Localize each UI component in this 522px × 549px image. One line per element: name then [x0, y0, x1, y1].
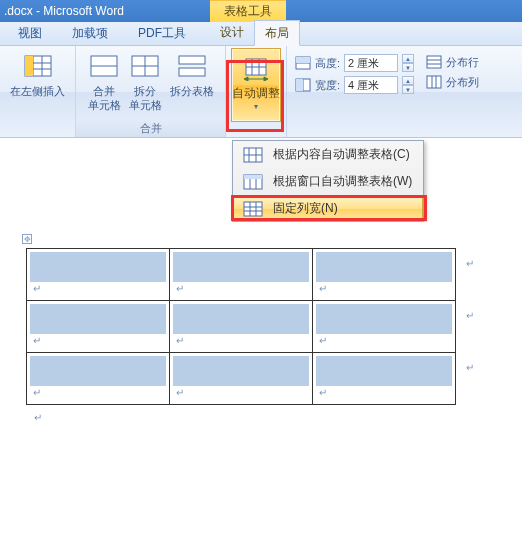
insert-left-label: 在左侧插入 — [10, 84, 65, 98]
autofit-label: 自动调整 — [232, 85, 280, 102]
autofit-icon — [240, 53, 272, 85]
menu-fit-window-label: 根据窗口自动调整表格(W) — [273, 173, 412, 190]
svg-rect-26 — [427, 76, 441, 88]
tab-pdf[interactable]: PDF工具 — [126, 21, 198, 45]
menu-fit-window[interactable]: 根据窗口自动调整表格(W) — [233, 168, 423, 195]
svg-rect-23 — [427, 56, 441, 68]
tool-context-label: 表格工具 — [210, 0, 286, 22]
merge-group-label: 合并 — [76, 119, 225, 137]
split-table-icon — [176, 50, 208, 82]
fit-content-icon — [241, 147, 265, 163]
split-cells-icon — [129, 50, 161, 82]
document-area: ✥ ↵ ↵ ↵ ↵ ↵ ↵ ↵ ↵ ↵ ↵ ↵ ↵ ↵ — [0, 222, 522, 549]
group-distribute: 分布行 分布列 — [420, 46, 487, 137]
distribute-cols-label: 分布列 — [446, 75, 479, 90]
fit-window-icon — [241, 174, 265, 190]
svg-rect-37 — [244, 202, 262, 216]
tab-layout[interactable]: 布局 — [254, 20, 300, 46]
distribute-rows-label: 分布行 — [446, 55, 479, 70]
svg-rect-11 — [179, 56, 205, 64]
height-spin[interactable]: ▲▼ — [402, 54, 414, 72]
table-row: ↵ ↵ ↵ — [27, 353, 456, 405]
menu-fixed-width[interactable]: 固定列宽(N) — [233, 195, 423, 222]
group-autofit: 自动调整 ▾ — [226, 46, 286, 137]
tab-design[interactable]: 设计 — [210, 20, 254, 45]
table-row: ↵ ↵ ↵ — [27, 249, 456, 301]
distribute-cols-button[interactable]: 分布列 — [426, 74, 479, 90]
col-width-icon — [295, 77, 311, 93]
table-anchor-icon[interactable]: ✥ — [22, 234, 32, 244]
merge-cells-icon — [88, 50, 120, 82]
word-table[interactable]: ↵ ↵ ↵ ↵ ↵ ↵ ↵ ↵ ↵ — [26, 248, 456, 405]
chevron-down-icon: ▾ — [254, 102, 258, 111]
insert-left-button[interactable]: 在左侧插入 — [6, 48, 69, 100]
menu-fit-content-label: 根据内容自动调整表格(C) — [273, 146, 410, 163]
autofit-dropdown: 根据内容自动调整表格(C) 根据窗口自动调整表格(W) 固定列宽(N) — [232, 140, 424, 223]
merge-cells-button[interactable]: 合并 单元格 — [84, 48, 125, 115]
svg-rect-19 — [296, 57, 310, 63]
group-insert: 在左侧插入 — [0, 46, 76, 137]
height-label: 高度: — [315, 56, 340, 71]
paragraph-mark: ↵ — [466, 362, 474, 373]
ribbon: 在左侧插入 合并 单元格 拆分 单元格 拆分表格 — [0, 46, 522, 138]
paragraph-mark: ↵ — [34, 412, 42, 423]
split-cells-button[interactable]: 拆分 单元格 — [125, 48, 166, 115]
autofit-button[interactable]: 自动调整 ▾ — [231, 48, 281, 122]
height-input[interactable]: 2 厘米 — [344, 54, 398, 72]
width-label: 宽度: — [315, 78, 340, 93]
width-input[interactable]: 4 厘米 — [344, 76, 398, 94]
row-height-icon — [295, 55, 311, 71]
svg-rect-12 — [179, 68, 205, 76]
distribute-rows-button[interactable]: 分布行 — [426, 54, 479, 70]
distribute-rows-icon — [426, 54, 442, 70]
svg-rect-36 — [244, 175, 262, 179]
group-size: 高度: 2 厘米 ▲▼ 宽度: 4 厘米 ▲▼ — [286, 46, 420, 137]
split-table-button[interactable]: 拆分表格 — [166, 48, 218, 115]
split-cells-label: 拆分 单元格 — [129, 84, 162, 113]
split-table-label: 拆分表格 — [170, 84, 214, 98]
table-row: ↵ ↵ ↵ — [27, 301, 456, 353]
distribute-cols-icon — [426, 74, 442, 90]
group-merge: 合并 单元格 拆分 单元格 拆分表格 合并 — [76, 46, 226, 137]
tab-view[interactable]: 视图 — [6, 21, 54, 45]
paragraph-mark: ↵ — [466, 258, 474, 269]
width-spin[interactable]: ▲▼ — [402, 76, 414, 94]
merge-cells-label: 合并 单元格 — [88, 84, 121, 113]
tab-addin[interactable]: 加载项 — [60, 21, 120, 45]
ribbon-tabs: 表格工具 视图 加载项 PDF工具 设计 布局 — [0, 22, 522, 46]
title-text: .docx - Microsoft Word — [4, 4, 124, 18]
menu-fit-content[interactable]: 根据内容自动调整表格(C) — [233, 141, 423, 168]
paragraph-mark: ↵ — [466, 310, 474, 321]
menu-fixed-width-label: 固定列宽(N) — [273, 200, 338, 217]
svg-rect-5 — [25, 56, 33, 76]
fixed-width-icon — [241, 201, 265, 217]
svg-rect-22 — [296, 79, 303, 91]
insert-left-icon — [22, 50, 54, 82]
